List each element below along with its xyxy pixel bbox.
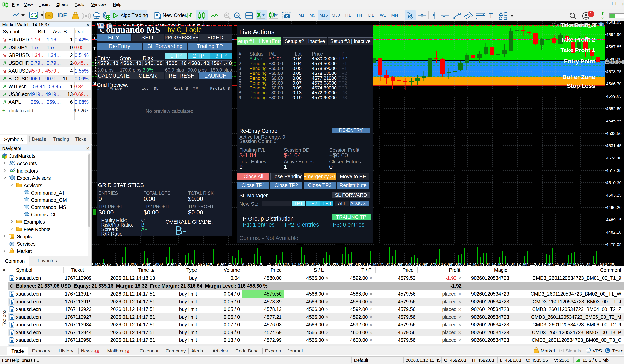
svg-text:4545.55: 4545.55	[606, 119, 622, 123]
svg-text:4517.35: 4517.35	[606, 168, 622, 173]
svg-text:4579.52: 4579.52	[606, 59, 623, 65]
svg-text:4601.95: 4601.95	[606, 22, 622, 24]
svg-text:Buffer Zone: Buffer Zone	[562, 74, 595, 80]
svg-text:B: B	[95, 55, 97, 58]
svg-text:4573.75: 4573.75	[606, 69, 622, 74]
svg-text:4503.25: 4503.25	[606, 193, 622, 197]
svg-text:B: B	[95, 64, 97, 67]
svg-text:$: $	[47, 12, 51, 19]
svg-text:B: B	[95, 70, 97, 73]
svg-text:T: T	[93, 46, 96, 50]
svg-text:4524.40: 4524.40	[606, 156, 622, 160]
svg-text:S: S	[93, 81, 96, 86]
svg-text:B: B	[95, 58, 97, 61]
svg-text:LVL: LVL	[600, 16, 606, 20]
svg-text:4482.10: 4482.10	[606, 230, 622, 235]
svg-text:4566.70: 4566.70	[606, 81, 622, 86]
svg-text:Entry Point: Entry Point	[564, 58, 595, 65]
svg-text:Commando_MS: Commando_MS	[552, 22, 588, 28]
svg-text:4594.90: 4594.90	[606, 32, 622, 37]
svg-text:Stop Loss: Stop Loss	[567, 82, 595, 89]
svg-text:Take Profit 1: Take Profit 1	[560, 47, 595, 53]
svg-text:4538.50: 4538.50	[606, 131, 622, 136]
svg-text:B: B	[95, 67, 97, 70]
svg-text:Take Profit 2: Take Profit 2	[560, 36, 595, 43]
svg-text:T: T	[93, 36, 96, 40]
svg-text:4559.65: 4559.65	[606, 94, 622, 99]
svg-text:4475.05: 4475.05	[606, 242, 622, 247]
svg-text:B: B	[95, 61, 97, 64]
svg-text:4489.15: 4489.15	[606, 218, 622, 222]
svg-text:4531.45: 4531.45	[606, 143, 622, 148]
svg-text:4552.60: 4552.60	[606, 106, 622, 111]
svg-text:4496.20: 4496.20	[606, 205, 622, 210]
svg-text:4587.85: 4587.85	[606, 45, 622, 49]
svg-text:B: B	[95, 73, 97, 76]
svg-text:4510.30: 4510.30	[606, 180, 622, 185]
